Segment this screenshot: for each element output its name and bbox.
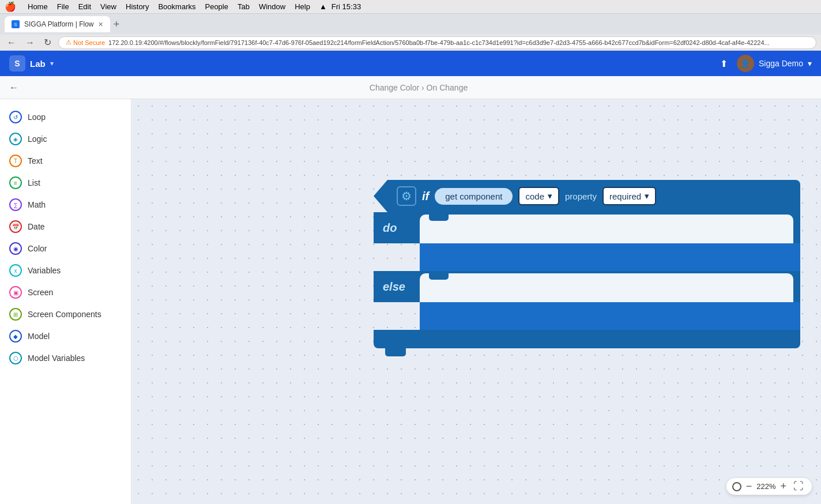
main-layout: ↺ Loop ◈ Logic T Text ≡ List ∑ Math 📅 Da… xyxy=(0,99,821,504)
color-icon: ◉ xyxy=(9,242,22,255)
sidebar-label-loop: Loop xyxy=(28,112,46,122)
menu-help[interactable]: Help xyxy=(295,2,310,11)
gear-icon: ⚙ xyxy=(401,189,412,203)
code-caret-icon: ▾ xyxy=(548,191,552,201)
app-header: S Lab ▾ ⬆ 👤 Sigga Demo ▾ xyxy=(0,51,821,76)
app-lab-label[interactable]: Lab xyxy=(30,59,46,69)
sidebar-item-text[interactable]: T Text xyxy=(0,150,131,172)
sidebar-label-model-variables: Model Variables xyxy=(28,353,85,363)
sidebar-label-math: Math xyxy=(28,200,46,209)
else-connector-bar xyxy=(420,302,800,330)
sidebar: ↺ Loop ◈ Logic T Text ≡ List ∑ Math 📅 Da… xyxy=(0,99,131,504)
menu-tab[interactable]: Tab xyxy=(238,2,250,11)
breadcrumb-separator: › xyxy=(421,83,427,92)
sidebar-item-logic[interactable]: ◈ Logic xyxy=(0,128,131,150)
sidebar-item-model-variables[interactable]: ⬡ Model Variables xyxy=(0,347,131,369)
apple-menu[interactable]: 🍎 xyxy=(5,1,16,12)
zoom-in-button[interactable]: + xyxy=(778,480,789,492)
variables-icon: x xyxy=(9,264,22,277)
sidebar-item-date[interactable]: 📅 Date xyxy=(0,216,131,238)
not-secure-label: Not Secure xyxy=(73,39,105,46)
browser-chrome: S SIGGA Platform | Flow × + xyxy=(0,14,821,35)
flow-block-container: ⚙ if get component code ▾ property xyxy=(374,180,800,348)
menu-bookmarks[interactable]: Bookmarks xyxy=(158,2,195,11)
code-label: code xyxy=(525,191,544,201)
lab-caret-icon[interactable]: ▾ xyxy=(50,59,54,67)
sidebar-label-text: Text xyxy=(28,156,43,166)
wifi-icon: ▲ xyxy=(319,2,327,11)
share-button[interactable]: ⬆ xyxy=(720,58,728,69)
date-icon: 📅 xyxy=(9,220,22,233)
zoom-controls: − 222% + ⛶ xyxy=(726,478,812,495)
canvas-area[interactable]: ⚙ if get component code ▾ property xyxy=(131,99,821,504)
text-icon: T xyxy=(9,155,22,167)
menu-home[interactable]: Home xyxy=(28,2,48,11)
app-header-right: ⬆ 👤 Sigga Demo ▾ xyxy=(720,55,812,72)
app-logo: S xyxy=(9,55,25,72)
required-dropdown[interactable]: required ▾ xyxy=(602,187,656,205)
user-caret-icon: ▾ xyxy=(808,59,812,68)
new-tab-button[interactable]: + xyxy=(110,18,123,31)
system-icons: ▲ Fri 15:33 xyxy=(319,2,361,11)
get-component-pill[interactable]: get component xyxy=(435,188,513,205)
zoom-out-button[interactable]: − xyxy=(744,480,755,492)
sidebar-label-list: List xyxy=(28,178,40,187)
address-input[interactable]: ⚠ Not Secure 172.20.0.19:4200/#/flows/bl… xyxy=(58,36,816,49)
warning-icon: ⚠ xyxy=(66,39,71,46)
fullscreen-button[interactable]: ⛶ xyxy=(791,480,806,492)
if-label: if xyxy=(422,190,429,203)
sidebar-label-screen-components: Screen Components xyxy=(28,310,101,319)
tab-bar: S SIGGA Platform | Flow × + xyxy=(5,14,816,35)
footer-notch xyxy=(385,348,406,356)
logic-icon: ◈ xyxy=(9,133,22,145)
model-icon: ◆ xyxy=(9,330,22,343)
menu-window[interactable]: Window xyxy=(259,2,285,11)
sidebar-item-color[interactable]: ◉ Color xyxy=(0,238,131,259)
address-bar: ← → ↻ ⚠ Not Secure 172.20.0.19:4200/#/fl… xyxy=(0,35,821,51)
sidebar-item-list[interactable]: ≡ List xyxy=(0,172,131,194)
breadcrumb-current: On Change xyxy=(427,83,468,92)
tab-favicon: S xyxy=(12,20,20,28)
sidebar-item-screen-components[interactable]: ⊞ Screen Components xyxy=(0,303,131,325)
sidebar-item-screen[interactable]: ▣ Screen xyxy=(0,281,131,303)
sidebar-item-math[interactable]: ∑ Math xyxy=(0,194,131,216)
sidebar-label-variables: Variables xyxy=(28,266,61,275)
url-display: 172.20.0.19:4200/#/flows/blockly/formFie… xyxy=(108,39,770,46)
back-button[interactable]: ← xyxy=(9,82,18,93)
model-variables-icon: ⬡ xyxy=(9,352,22,364)
get-component-label: get component xyxy=(445,191,502,201)
sidebar-item-loop[interactable]: ↺ Loop xyxy=(0,106,131,128)
user-area[interactable]: 👤 Sigga Demo ▾ xyxy=(737,55,812,72)
breadcrumb-parent: Change Color xyxy=(370,83,419,92)
if-header-row: ⚙ if get component code ▾ property xyxy=(374,180,800,212)
menu-people[interactable]: People xyxy=(205,2,228,11)
math-icon: ∑ xyxy=(9,198,22,211)
time-display: Fri 15:33 xyxy=(332,2,361,11)
menu-file[interactable]: File xyxy=(57,2,69,11)
zoom-circle-icon xyxy=(732,482,741,491)
do-notch-top xyxy=(429,214,449,221)
sub-header: ← Change Color › On Change xyxy=(0,76,821,99)
forward-nav-button[interactable]: → xyxy=(23,36,37,49)
menu-view[interactable]: View xyxy=(100,2,116,11)
code-dropdown[interactable]: code ▾ xyxy=(518,187,559,205)
sidebar-label-color: Color xyxy=(28,244,47,253)
required-caret-icon: ▾ xyxy=(645,191,649,201)
required-label: required xyxy=(609,191,641,201)
zoom-level-display: 222% xyxy=(756,482,775,491)
user-name: Sigga Demo xyxy=(759,59,803,68)
sidebar-item-model[interactable]: ◆ Model xyxy=(0,325,131,347)
loop-icon: ↺ xyxy=(9,111,22,123)
menu-edit[interactable]: Edit xyxy=(78,2,91,11)
sidebar-item-variables[interactable]: x Variables xyxy=(0,259,131,281)
sidebar-label-logic: Logic xyxy=(28,134,47,144)
sidebar-label-screen: Screen xyxy=(28,288,53,297)
menu-history[interactable]: History xyxy=(126,2,149,11)
do-label: do xyxy=(374,212,420,243)
gear-icon-block[interactable]: ⚙ xyxy=(397,186,416,206)
refresh-button[interactable]: ↻ xyxy=(42,36,54,49)
do-section: do xyxy=(374,212,800,243)
browser-tab[interactable]: S SIGGA Platform | Flow × xyxy=(5,16,110,32)
tab-close-button[interactable]: × xyxy=(98,20,103,29)
back-nav-button[interactable]: ← xyxy=(5,36,18,49)
